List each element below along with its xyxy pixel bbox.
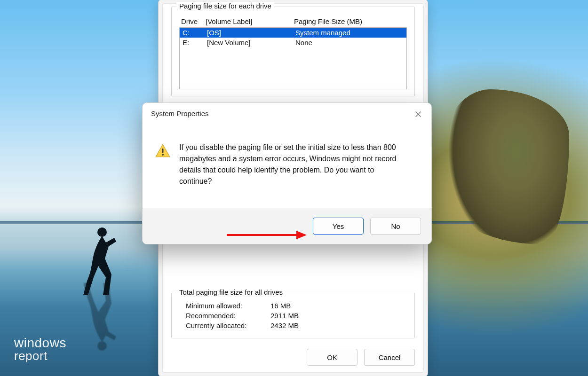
watermark: windows report — [14, 337, 66, 362]
watermark-line2: report — [14, 350, 66, 362]
system-properties-msgbox: System Properties If you disable the pag… — [142, 102, 432, 244]
close-icon[interactable] — [412, 108, 425, 121]
msgbox-title: System Properties — [143, 103, 431, 118]
no-button[interactable]: No — [370, 218, 421, 235]
col-drive: Drive — [181, 17, 206, 25]
drive-letter: C: — [183, 29, 207, 37]
drive-volume: [OS] — [207, 29, 295, 37]
svg-point-0 — [97, 227, 107, 237]
drive-list[interactable]: C: [OS] System managed E: [New Volume] N… — [179, 27, 407, 89]
msgbox-text: If you disable the paging file or set th… — [179, 142, 405, 187]
svg-point-1 — [97, 341, 107, 351]
svg-point-3 — [162, 154, 164, 156]
ok-button[interactable]: OK — [307, 349, 358, 366]
min-allowed-label: Minimum allowed: — [186, 302, 270, 310]
cancel-button[interactable]: Cancel — [364, 349, 415, 366]
col-volume: [Volume Label] — [206, 17, 294, 25]
drive-size: None — [295, 39, 404, 47]
svg-rect-2 — [162, 149, 164, 153]
yes-button[interactable]: Yes — [313, 218, 364, 235]
watermark-line1: windows — [14, 337, 66, 350]
col-size: Paging File Size (MB) — [294, 17, 408, 25]
drive-letter: E: — [183, 39, 207, 47]
drive-row-e[interactable]: E: [New Volume] None — [180, 38, 406, 47]
warning-icon — [155, 142, 171, 187]
drive-row-c[interactable]: C: [OS] System managed — [180, 28, 406, 38]
recommended-label: Recommended: — [186, 312, 270, 320]
runner-reflection — [78, 296, 120, 352]
paging-group-label: Paging file size for each drive — [176, 2, 274, 10]
recommended-value: 2911 MB — [270, 312, 299, 320]
currently-allocated-label: Currently allocated: — [186, 321, 270, 329]
currently-allocated-value: 2432 MB — [270, 321, 299, 329]
min-allowed-value: 16 MB — [270, 302, 291, 310]
drive-size: System managed — [295, 29, 404, 37]
drive-volume: [New Volume] — [207, 39, 295, 47]
drive-list-header: Drive [Volume Label] Paging File Size (M… — [181, 17, 408, 25]
totals-group-label: Total paging file size for all drives — [176, 288, 286, 296]
